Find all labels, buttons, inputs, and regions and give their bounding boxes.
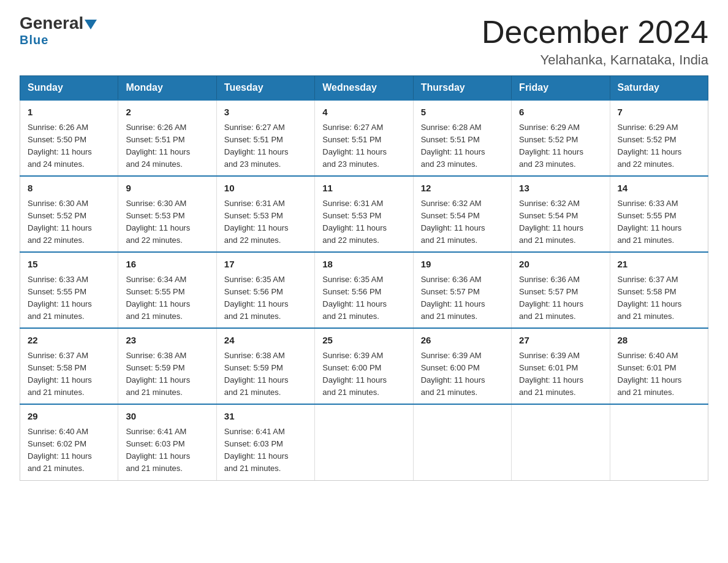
day-info: Sunrise: 6:33 AM Sunset: 5:55 PM Dayligh…	[28, 274, 110, 323]
title-block: December 2024 Yelahanka, Karnataka, Indi…	[482, 15, 708, 68]
calendar-cell: 31Sunrise: 6:41 AM Sunset: 6:03 PM Dayli…	[216, 404, 314, 480]
day-info: Sunrise: 6:32 AM Sunset: 5:54 PM Dayligh…	[519, 197, 602, 247]
calendar-cell	[512, 404, 610, 480]
day-number: 9	[126, 182, 208, 196]
day-header-thursday: Thursday	[413, 76, 511, 101]
day-info: Sunrise: 6:36 AM Sunset: 5:57 PM Dayligh…	[421, 274, 504, 323]
week-row-5: 29Sunrise: 6:40 AM Sunset: 6:02 PM Dayli…	[20, 404, 708, 480]
day-number: 20	[519, 258, 602, 272]
day-info: Sunrise: 6:29 AM Sunset: 5:52 PM Dayligh…	[618, 121, 700, 171]
day-info: Sunrise: 6:39 AM Sunset: 6:01 PM Dayligh…	[519, 350, 602, 399]
calendar-cell: 19Sunrise: 6:36 AM Sunset: 5:57 PM Dayli…	[413, 252, 511, 328]
day-info: Sunrise: 6:37 AM Sunset: 5:58 PM Dayligh…	[618, 274, 700, 323]
day-header-tuesday: Tuesday	[216, 76, 314, 101]
day-info: Sunrise: 6:26 AM Sunset: 5:51 PM Dayligh…	[126, 121, 208, 171]
page-header: General Blue December 2024 Yelahanka, Ka…	[20, 15, 708, 68]
day-number: 25	[322, 334, 405, 348]
calendar-cell: 27Sunrise: 6:39 AM Sunset: 6:01 PM Dayli…	[512, 328, 610, 404]
logo-blue-text: Blue	[20, 33, 48, 47]
calendar-cell: 20Sunrise: 6:36 AM Sunset: 5:57 PM Dayli…	[512, 252, 610, 328]
week-row-3: 15Sunrise: 6:33 AM Sunset: 5:55 PM Dayli…	[20, 252, 708, 328]
calendar-cell: 29Sunrise: 6:40 AM Sunset: 6:02 PM Dayli…	[20, 404, 118, 480]
calendar-cell: 16Sunrise: 6:34 AM Sunset: 5:55 PM Dayli…	[118, 252, 216, 328]
day-number: 12	[421, 182, 504, 196]
svg-marker-0	[85, 20, 97, 29]
calendar-cell: 9Sunrise: 6:30 AM Sunset: 5:53 PM Daylig…	[118, 176, 216, 252]
logo-wordmark: General	[20, 15, 97, 32]
day-info: Sunrise: 6:32 AM Sunset: 5:54 PM Dayligh…	[421, 197, 504, 247]
day-number: 27	[519, 334, 602, 348]
day-info: Sunrise: 6:34 AM Sunset: 5:55 PM Dayligh…	[126, 274, 208, 323]
day-info: Sunrise: 6:27 AM Sunset: 5:51 PM Dayligh…	[224, 121, 307, 171]
calendar-cell: 30Sunrise: 6:41 AM Sunset: 6:03 PM Dayli…	[118, 404, 216, 480]
day-number: 8	[28, 182, 110, 196]
day-info: Sunrise: 6:38 AM Sunset: 5:59 PM Dayligh…	[224, 350, 307, 399]
day-number: 7	[618, 105, 700, 120]
day-number: 2	[126, 105, 208, 120]
day-info: Sunrise: 6:30 AM Sunset: 5:52 PM Dayligh…	[28, 197, 110, 247]
calendar-cell	[315, 404, 413, 480]
day-number: 5	[421, 105, 504, 120]
calendar-cell: 26Sunrise: 6:39 AM Sunset: 6:00 PM Dayli…	[413, 328, 511, 404]
calendar-cell: 18Sunrise: 6:35 AM Sunset: 5:56 PM Dayli…	[315, 252, 413, 328]
calendar-cell: 17Sunrise: 6:35 AM Sunset: 5:56 PM Dayli…	[216, 252, 314, 328]
calendar-body: 1Sunrise: 6:26 AM Sunset: 5:50 PM Daylig…	[20, 100, 708, 480]
day-header-friday: Friday	[512, 76, 610, 101]
calendar-cell: 15Sunrise: 6:33 AM Sunset: 5:55 PM Dayli…	[20, 252, 118, 328]
day-number: 14	[618, 182, 700, 196]
calendar-cell: 13Sunrise: 6:32 AM Sunset: 5:54 PM Dayli…	[512, 176, 610, 252]
calendar-cell: 11Sunrise: 6:31 AM Sunset: 5:53 PM Dayli…	[315, 176, 413, 252]
day-number: 1	[28, 105, 110, 120]
day-number: 29	[28, 410, 110, 424]
day-number: 24	[224, 334, 307, 348]
day-info: Sunrise: 6:39 AM Sunset: 6:00 PM Dayligh…	[421, 350, 504, 399]
calendar-cell: 21Sunrise: 6:37 AM Sunset: 5:58 PM Dayli…	[610, 252, 708, 328]
calendar-cell: 1Sunrise: 6:26 AM Sunset: 5:50 PM Daylig…	[20, 100, 118, 176]
week-row-2: 8Sunrise: 6:30 AM Sunset: 5:52 PM Daylig…	[20, 176, 708, 252]
day-number: 18	[322, 258, 405, 272]
calendar-cell: 8Sunrise: 6:30 AM Sunset: 5:52 PM Daylig…	[20, 176, 118, 252]
day-info: Sunrise: 6:38 AM Sunset: 5:59 PM Dayligh…	[126, 350, 208, 399]
day-info: Sunrise: 6:33 AM Sunset: 5:55 PM Dayligh…	[618, 197, 700, 247]
calendar-cell: 5Sunrise: 6:28 AM Sunset: 5:51 PM Daylig…	[413, 100, 511, 176]
calendar-cell	[413, 404, 511, 480]
calendar-cell: 22Sunrise: 6:37 AM Sunset: 5:58 PM Dayli…	[20, 328, 118, 404]
day-number: 19	[421, 258, 504, 272]
day-number: 31	[224, 410, 307, 424]
day-info: Sunrise: 6:35 AM Sunset: 5:56 PM Dayligh…	[224, 274, 307, 323]
day-info: Sunrise: 6:30 AM Sunset: 5:53 PM Dayligh…	[126, 197, 208, 247]
day-number: 22	[28, 334, 110, 348]
day-number: 3	[224, 105, 307, 120]
calendar-cell: 24Sunrise: 6:38 AM Sunset: 5:59 PM Dayli…	[216, 328, 314, 404]
day-number: 10	[224, 182, 307, 196]
day-info: Sunrise: 6:35 AM Sunset: 5:56 PM Dayligh…	[322, 274, 405, 323]
calendar-cell: 10Sunrise: 6:31 AM Sunset: 5:53 PM Dayli…	[216, 176, 314, 252]
calendar-cell: 12Sunrise: 6:32 AM Sunset: 5:54 PM Dayli…	[413, 176, 511, 252]
day-number: 21	[618, 258, 700, 272]
calendar-table: SundayMondayTuesdayWednesdayThursdayFrid…	[20, 75, 708, 480]
day-info: Sunrise: 6:27 AM Sunset: 5:51 PM Dayligh…	[322, 121, 405, 171]
day-number: 4	[322, 105, 405, 120]
day-info: Sunrise: 6:26 AM Sunset: 5:50 PM Dayligh…	[28, 121, 110, 171]
day-info: Sunrise: 6:41 AM Sunset: 6:03 PM Dayligh…	[224, 426, 307, 475]
calendar-cell: 28Sunrise: 6:40 AM Sunset: 6:01 PM Dayli…	[610, 328, 708, 404]
header-row: SundayMondayTuesdayWednesdayThursdayFrid…	[20, 76, 708, 101]
day-number: 23	[126, 334, 208, 348]
day-number: 17	[224, 258, 307, 272]
logo: General Blue	[20, 15, 97, 47]
day-number: 26	[421, 334, 504, 348]
day-info: Sunrise: 6:41 AM Sunset: 6:03 PM Dayligh…	[126, 426, 208, 475]
day-info: Sunrise: 6:31 AM Sunset: 5:53 PM Dayligh…	[322, 197, 405, 247]
day-header-saturday: Saturday	[610, 76, 708, 101]
calendar-cell: 14Sunrise: 6:33 AM Sunset: 5:55 PM Dayli…	[610, 176, 708, 252]
day-header-monday: Monday	[118, 76, 216, 101]
calendar-cell	[610, 404, 708, 480]
day-number: 13	[519, 182, 602, 196]
day-header-wednesday: Wednesday	[315, 76, 413, 101]
location-subtitle: Yelahanka, Karnataka, India	[482, 52, 708, 68]
day-number: 28	[618, 334, 700, 348]
day-number: 11	[322, 182, 405, 196]
week-row-4: 22Sunrise: 6:37 AM Sunset: 5:58 PM Dayli…	[20, 328, 708, 404]
week-row-1: 1Sunrise: 6:26 AM Sunset: 5:50 PM Daylig…	[20, 100, 708, 176]
day-info: Sunrise: 6:28 AM Sunset: 5:51 PM Dayligh…	[421, 121, 504, 171]
